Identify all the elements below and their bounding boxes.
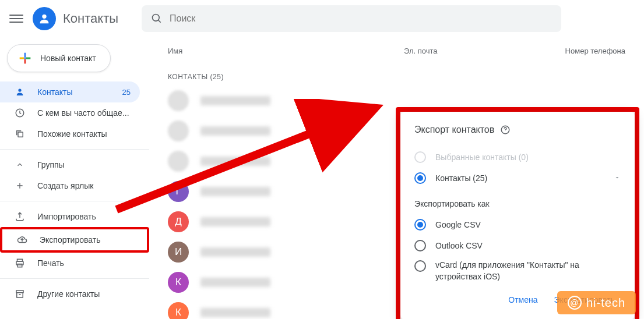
svg-line-2 [159,20,161,23]
sidebar-item-label: Экспортировать [40,235,138,244]
sidebar-item-label: Создать ярлык [37,181,131,190]
sidebar-item-label: Группы [37,160,131,169]
radio-icon [414,172,426,184]
export-dialog: Экспорт контактов Выбранные контакты (0)… [400,112,635,319]
sidebar-item-label: Печать [37,258,131,268]
sidebar-item-frequent[interactable]: С кем вы часто общае... [0,102,140,123]
contact-name-redacted [200,278,270,287]
svg-point-0 [42,15,46,19]
radio-vcard[interactable]: vCard (для приложения "Контакты" на устр… [414,256,621,282]
avatar [168,151,189,172]
person-icon [38,12,51,25]
sidebar-item-print[interactable]: Печать [0,253,140,274]
contact-name-redacted [200,217,270,226]
contact-name-redacted [200,308,270,317]
cloud-upload-icon [17,235,27,245]
sidebar-item-import[interactable]: Импортировать [0,206,140,227]
radio-icon [414,219,426,231]
svg-rect-6 [18,132,23,137]
main-content: Имя Эл. почта Номер телефона КОНТАКТЫ (2… [149,37,644,319]
plus-small-icon [15,181,24,190]
dialog-title: Экспорт контактов [414,125,494,135]
radio-icon [414,260,426,272]
radio-icon [414,151,426,163]
radio-icon [414,240,426,251]
app-logo[interactable] [33,7,56,30]
sidebar-item-create-label[interactable]: Создать ярлык [0,175,140,196]
at-icon: @ [568,296,582,310]
svg-point-1 [153,15,160,22]
avatar [168,90,189,111]
radio-label: Outlook CSV [435,241,483,250]
avatar: И [168,242,189,263]
radio-selected-contacts: Выбранные контакты (0) [414,147,621,168]
col-email: Эл. почта [404,47,544,55]
sidebar-item-label: Другие контакты [37,289,131,299]
sidebar-item-label: С кем вы часто общае... [37,108,131,118]
chevron-down-icon [614,173,621,183]
radio-label: Выбранные контакты (0) [435,153,529,162]
radio-label: Контакты (25) [435,173,487,183]
export-highlight: Экспортировать [0,227,149,253]
search-input[interactable] [170,13,552,24]
avatar: К [168,302,189,319]
dialog-highlight: Экспорт контактов Выбранные контакты (0)… [396,107,639,319]
upload-icon [15,211,25,222]
plus-icon [17,50,33,66]
list-header: Имя Эл. почта Номер телефона [163,37,630,62]
contact-name-redacted [200,96,270,105]
radio-outlook-csv[interactable]: Outlook CSV [414,235,621,256]
sidebar-item-contacts[interactable]: Контакты 25 [0,81,140,102]
search-bar[interactable] [142,5,561,32]
sidebar-item-merge[interactable]: Похожие контакты [0,123,140,144]
sidebar-item-label: Импортировать [37,212,131,221]
chevron-up-icon [16,161,24,169]
contact-name-redacted [200,187,270,196]
sidebar-item-label: Контакты [37,87,122,97]
app-header: Контакты [0,0,644,37]
svg-rect-10 [16,290,23,293]
watermark-text: hi-tech [586,296,625,310]
history-icon [15,108,25,118]
sidebar: Новый контакт Контакты 25 С кем вы часто… [0,37,149,319]
sidebar-count: 25 [122,88,131,97]
avatar: К [168,272,189,293]
contact-name-redacted [200,157,270,166]
new-contact-button[interactable]: Новый контакт [7,44,111,72]
divider [0,278,149,279]
radio-label: vCard (для приложения "Контакты" на устр… [435,260,621,282]
divider [0,149,149,150]
radio-google-csv[interactable]: Google CSV [414,214,621,235]
sidebar-item-export[interactable]: Экспортировать [2,229,147,250]
watermark: @ hi-tech [557,291,636,314]
contact-name-redacted [200,126,270,136]
help-icon[interactable] [500,125,511,135]
app-title: Контакты [63,11,118,26]
duplicate-icon [15,129,25,139]
svg-rect-3 [24,57,26,59]
avatar [168,120,189,141]
sidebar-item-label: Похожие контакты [37,129,131,139]
export-as-subtitle: Экспортировать как [414,199,621,208]
print-icon [15,258,25,268]
archive-icon [15,289,25,299]
sidebar-item-other[interactable]: Другие контакты [0,283,140,304]
contact-name-redacted [200,247,270,257]
divider [0,201,149,201]
search-icon [151,13,163,24]
col-phone: Номер телефона [544,47,625,55]
avatar: Д [168,211,189,232]
avatar: Г [168,181,189,202]
menu-icon[interactable] [9,12,23,26]
radio-contacts-dropdown[interactable]: Контакты (25) [414,168,621,189]
new-contact-label: Новый контакт [40,54,96,63]
col-name: Имя [168,47,404,55]
section-label: КОНТАКТЫ (25) [163,62,630,86]
radio-label: Google CSV [435,220,481,229]
svg-point-4 [18,88,21,91]
cancel-button[interactable]: Отмена [502,290,543,309]
person-icon [15,87,25,97]
sidebar-item-groups[interactable]: Группы [0,154,140,175]
